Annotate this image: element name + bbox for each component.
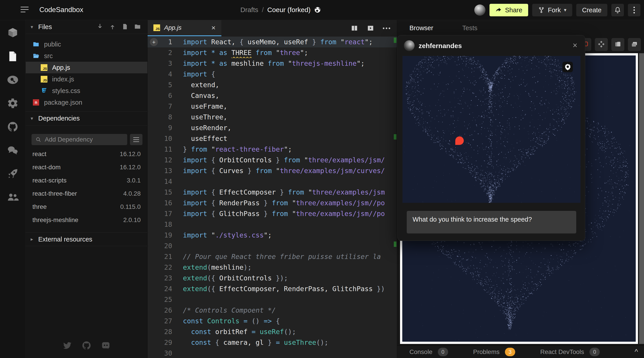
code-line-25[interactable]: 25 [148,294,397,305]
dependency-three[interactable]: three 0.115.0 [26,200,147,213]
rail-search-icon[interactable] [6,73,19,86]
fork-dropdown-caret[interactable]: ▾ [564,7,566,13]
code-line-13[interactable]: 13import { Curves } from "three/examples… [148,166,397,176]
download-icon[interactable] [96,23,104,31]
more-menu-button[interactable] [628,4,640,16]
code-line-20[interactable]: 20 [148,240,397,251]
new-file-icon[interactable] [122,23,128,31]
notifications-button[interactable] [611,4,624,16]
dependencies-section-header[interactable]: ▾ Dependencies [26,112,147,126]
code-line-6[interactable]: 6 Canvas, [148,90,397,101]
twitter-icon[interactable] [62,340,72,351]
comment-pin-marker[interactable] [455,136,464,145]
code-line-1[interactable]: +1import React, { useMemo, useRef } from… [148,37,397,48]
commenter-avatar[interactable] [404,40,414,51]
dependency-react[interactable]: react 16.12.0 [26,147,147,160]
expand-caret-icon[interactable]: ▸ [31,236,38,242]
code-line-4[interactable]: 4import { [148,69,397,80]
status-label: Console [410,348,432,356]
preview-scrollbar[interactable] [639,53,644,344]
code-line-27[interactable]: 27const Controls = () => { [148,316,397,326]
statusbar-react-devtools[interactable]: React DevTools 0 [540,348,600,356]
code-line-29[interactable]: 29 const { camera, gl } = useThree(); [148,337,397,348]
code-line-30[interactable]: 30 [148,348,397,358]
dependency-react-dom[interactable]: react-dom 16.12.0 [26,160,147,174]
code-line-21[interactable]: 21// Pour que React three friber puisse … [148,251,397,262]
more-actions-icon[interactable] [383,28,390,29]
close-popup-icon[interactable]: × [573,41,577,50]
code-line-17[interactable]: 17import { GlitchPass } from "three/exam… [148,208,397,219]
hamburger-menu-icon[interactable] [20,7,30,14]
close-tab-icon[interactable]: × [211,24,216,31]
code-line-22[interactable]: 22extend(meshline); [148,262,397,273]
code-area[interactable]: +1import React, { useMemo, useRef } from… [148,37,397,358]
rail-cube-icon[interactable] [6,26,19,39]
new-window-button[interactable] [628,38,641,51]
open-preview-icon[interactable] [367,24,374,32]
code-line-28[interactable]: 28 const orbitRef = useRef(); [148,326,397,337]
breadcrumb-current[interactable]: Coeur (forked) [267,6,310,14]
rail-rocket-icon[interactable] [6,167,19,180]
statusbar-console[interactable]: Console 0 [410,348,448,356]
tab-appjs[interactable]: JS App.js × [148,20,222,36]
collapse-caret-icon[interactable]: ▾ [31,116,38,122]
file-item-public[interactable]: public [26,38,147,50]
code-line-14[interactable]: 14 [148,176,397,187]
breadcrumb-root[interactable]: Drafts [240,6,258,14]
github-icon[interactable] [82,340,92,351]
code-line-11[interactable]: 11} from "react-three-fiber"; [148,144,397,155]
discord-icon[interactable] [101,340,111,351]
status-count-badge: 0 [590,348,600,356]
file-item-App.js[interactable]: JSApp.js [26,62,147,73]
code-line-19[interactable]: 19import "./styles.css"; [148,230,397,240]
code-line-8[interactable]: 8 useThree, [148,112,397,122]
code-line-23[interactable]: 23extend({ OrbitControls }); [148,273,397,284]
dependency-react-scripts[interactable]: react-scripts 3.0.1 [26,174,147,187]
line-number: 11 [148,144,172,155]
dependency-react-three-fiber[interactable]: react-three-fiber 4.0.28 [26,187,147,200]
new-folder-icon[interactable] [134,23,141,31]
code-line-9[interactable]: 9 useRender, [148,122,397,133]
globe-icon[interactable] [314,6,321,13]
code-line-18[interactable]: 18 [148,219,397,230]
rail-gear-icon[interactable] [6,97,19,110]
split-view-icon[interactable] [350,24,358,32]
fork-button[interactable]: Fork ▾ [532,4,572,16]
rail-file-icon[interactable] [6,50,19,63]
tab-browser[interactable]: Browser [410,24,433,32]
tab-tests[interactable]: Tests [462,24,478,32]
create-button[interactable]: Create [576,4,607,16]
code-line-5[interactable]: 5 extend, [148,80,397,90]
code-line-3[interactable]: 3import * as meshline from "threejs-mesh… [148,58,397,69]
code-line-24[interactable]: 24extend({ EffectComposer, RenderPass, G… [148,284,397,294]
file-item-styles.css[interactable]: styles.css [26,85,147,96]
code-line-7[interactable]: 7 useFrame, [148,101,397,112]
add-dependency-input[interactable] [45,136,123,143]
statusbar-problems[interactable]: Problems 3 [473,348,515,356]
user-avatar[interactable] [474,4,486,16]
rail-chat-icon[interactable] [6,144,19,157]
responsive-mode-button[interactable] [595,38,608,51]
code-line-2[interactable]: 2import * as THREE from "three"; [148,48,397,58]
devices-button[interactable] [611,38,624,51]
code-line-26[interactable]: 26/* Controls Compoent */ [148,305,397,316]
dependency-menu-button[interactable] [130,134,142,145]
code-line-15[interactable]: 15import { EffectComposer } from "three/… [148,187,397,198]
expand-devtools-chevron[interactable]: ^ [634,348,638,356]
code-line-10[interactable]: 10 useEffect [148,133,397,144]
file-item-src[interactable]: src [26,50,147,62]
upload-icon[interactable] [109,23,116,31]
files-section-header[interactable]: ▾ Files [26,20,147,34]
comment-input[interactable]: What do you think to increase the speed? [407,211,576,234]
rail-users-icon[interactable] [6,191,19,204]
collapse-caret-icon[interactable]: ▾ [31,24,38,30]
add-dependency-field[interactable] [32,134,127,145]
rail-github-icon[interactable] [6,120,19,133]
code-line-12[interactable]: 12import { OrbitControls } from "three/e… [148,155,397,166]
share-button[interactable]: Share [490,4,528,16]
file-item-index.js[interactable]: JSindex.js [26,73,147,85]
dependency-threejs-meshline[interactable]: threejs-meshline 2.0.10 [26,213,147,226]
code-line-16[interactable]: 16import { RenderPass } from "three/exam… [148,198,397,208]
external-resources-header[interactable]: ▸ External resources [26,232,147,246]
file-item-package.json[interactable]: npackage.json [26,96,147,108]
